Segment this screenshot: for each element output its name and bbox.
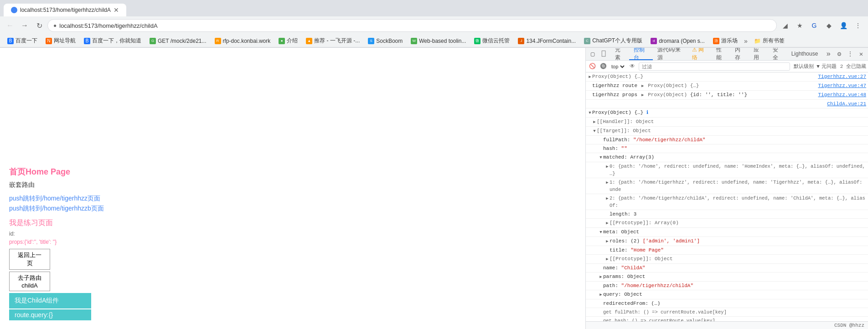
refresh-button[interactable]: ↻ [33,19,46,32]
entry-2-source[interactable]: Tigerhhzz.vue:47 [818,82,866,89]
bookmark-webtool[interactable]: W Web-based toolin... [407,37,470,45]
params-expand[interactable] [599,273,603,281]
console-filter-input[interactable] [639,62,790,71]
dromara-favicon: d [651,38,657,44]
handler-expand[interactable] [592,118,597,126]
inspect-icon[interactable]: ▢ [588,49,598,59]
entry-1-source[interactable]: Tigerhhzz.vue:27 [818,73,866,80]
bookmark-baiduSearch[interactable]: B 百度一下 [4,36,41,46]
redirected-text: redirectedFrom: (…) [603,300,866,307]
bookmark-jform[interactable]: J 134.JFormContain... [514,37,579,45]
query-expand[interactable] [599,291,603,298]
tab-network[interactable]: ⚠ 网络 [687,48,712,60]
mock-favicon: G [150,38,156,44]
bookmark-dromara[interactable]: d dromara (Open s... [647,37,708,45]
console-entry-1: Proxy(Object) {…} Tigerhhzz.vue:27 [586,72,868,82]
expand-icon-3b[interactable] [641,91,645,99]
forward-button[interactable]: → [18,19,31,32]
get-fullpath-row: get fullPath: () => currentRoute.value[k… [586,308,868,317]
meta-proto-row: [[Prototype]]: Object [586,255,868,264]
bookmark-sockboom[interactable]: S SockBoom [364,37,406,45]
get-fullpath-text: get fullPath: () => currentRoute.value[k… [603,308,866,316]
active-tab[interactable]: localhost:5173/home/tigerhhzz/childA ✕ [4,4,126,16]
roles-row: roles: (2) ['admin', 'admin1'] [586,237,868,246]
roles-text: roles: (2) ['admin', 'admin1'] [610,237,866,245]
console-clear-icon[interactable]: 🚫 [588,62,597,71]
console-eye-icon[interactable]: 👁 [628,62,637,71]
tab-favicon [11,7,17,13]
bookmark-recommend[interactable]: ▲ 推荐 - 一飞开源 -... [302,36,363,46]
bookmark-baidu2[interactable]: B 百度一下，你就知道 [80,36,145,46]
extension-icon[interactable]: ◆ [822,19,835,32]
console-entry-2: tigerhhzz route Proxy(Object) {…} Tigerh… [586,82,868,91]
address-bar[interactable]: ● localhost:5173/home/tigerhhzz/childA [47,19,777,32]
menu-icon[interactable]: ⋮ [852,19,864,32]
bookmark-chatgpt[interactable]: C ChatGPT个人专用版 [580,36,646,46]
entry-4-source[interactable]: ChildA.vue:21 [827,100,866,108]
device-icon[interactable]: ⎕ [599,49,609,59]
child-route-button[interactable]: 去子路由childA [9,272,50,291]
target-text: [[Target]]: Object [597,127,866,134]
bookmarks-more[interactable]: » [742,37,749,45]
matched-0-expand[interactable] [605,163,610,170]
query-row: query: Object [586,290,868,299]
back-button[interactable]: ← [4,19,16,32]
bookmark-icon[interactable]: ★ [793,19,806,32]
bookmark-rfp[interactable]: R rfp-doc.konbai.work [211,37,274,45]
back-page-button[interactable]: 返回上一页 [9,249,50,270]
bookmark-wechat[interactable]: 微 微信云托管 [470,36,513,46]
tab-performance[interactable]: 性能 [712,48,730,60]
tab-lighthouse[interactable]: Lighthouse [787,48,823,60]
matched-2-expand[interactable] [605,195,610,202]
console-issues-label: 元问题 [822,63,837,70]
matched-expand[interactable] [599,154,603,161]
bookmark-intro[interactable]: ● 介绍 [275,36,301,46]
name-text: name: "ChildA" [603,264,866,272]
matched-1-expand[interactable] [605,179,610,186]
profile-icon[interactable]: 👤 [837,19,850,32]
expand-icon-1[interactable] [588,73,592,81]
console-toolbar: 🚫 🔘 top 👁 默认级别 ▼ 元问题 2 全已隐藏 [586,61,868,72]
meta-expand[interactable] [599,228,603,236]
bookmark-all[interactable]: 📁 所有书签 [750,36,788,46]
console-level-select[interactable]: 默认级别 ▼ [794,63,820,70]
length-text: length: 3 [610,211,866,218]
entry-3-text: tigerhhzz props Proxy(Object) {id: '', t… [592,91,818,99]
tab-security[interactable]: 安全 [768,48,787,60]
tab-title: localhost:5173/home/tigerhhzz/childA [20,7,111,13]
more-options-icon[interactable]: ⋮ [845,49,855,59]
expand-icon-2b[interactable] [641,82,645,90]
tab-close-icon[interactable]: ✕ [114,6,119,14]
proxy-root-expand[interactable] [588,109,592,117]
bookmark-nav[interactable]: N 网址导航 [42,36,79,46]
proto-array-text: [[Prototype]]: Array(0) [610,219,866,226]
console-filter-icon[interactable]: 🔘 [599,62,608,71]
link-tigerhhzz[interactable]: push跳转到/home/tigerhhzz页面 [9,195,576,203]
meta-proto-expand[interactable] [605,255,610,263]
matched-row: matched: Array(3) [586,153,868,162]
target-expand[interactable] [592,127,597,135]
bookmark-playground[interactable]: 游 游乐场 [709,36,741,46]
entry-3-source[interactable]: Tigerhhzz.vue:48 [818,91,866,98]
tab-memory[interactable]: 内存 [730,48,749,60]
redirected-row: redirectedFrom: (…) [586,299,868,308]
tab-sources[interactable]: 源代码/来源 [653,48,687,60]
settings-icon[interactable]: ⚙ [834,49,844,59]
proxy-root-text: Proxy(Object) {…} ℹ [592,109,866,116]
child-component-label: 我是ChildA组件 [9,293,91,308]
roles-expand[interactable] [605,237,610,245]
proto-array-expand[interactable] [605,219,610,227]
close-devtools-icon[interactable]: ✕ [856,49,866,59]
tab-console[interactable]: 控制台 [629,48,653,60]
csdn-watermark: CSDN @hhzz [834,323,864,328]
cast-icon[interactable]: ◢ [779,19,791,32]
tab-application[interactable]: 应用 [749,48,768,60]
tab-elements[interactable]: 元素 [610,48,629,60]
tabs-more-icon[interactable]: » [822,50,834,58]
matched-2-row: 2: {path: '/home/tigerhhzz/childA', redi… [586,194,868,210]
bookmark-mock[interactable]: G GET /mock/2de21... [146,37,210,45]
console-context-select[interactable]: top [610,63,626,70]
link-tigerhhzzb[interactable]: push跳转到/home/tigerhhzzb页面 [9,205,576,213]
grammarly-icon[interactable]: G [808,19,821,32]
bookmark-label: 134.JFormContain... [526,38,576,44]
